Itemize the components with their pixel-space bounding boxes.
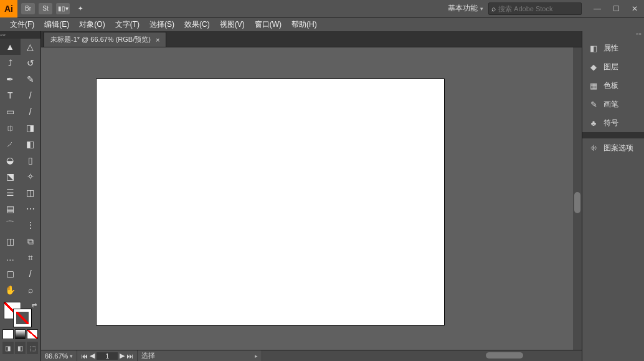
minimize-button[interactable]: ― (588, 2, 607, 16)
panel-符号[interactable]: ♣符号 (582, 113, 644, 132)
close-tab-icon[interactable]: × (156, 36, 159, 44)
prev-page-icon[interactable]: ◀ (90, 352, 95, 360)
next-page-icon[interactable]: ▶ (120, 352, 125, 360)
search-input[interactable] (498, 5, 573, 12)
vertical-scrollbar[interactable] (573, 47, 582, 350)
tool-24[interactable]: ◫ (0, 233, 21, 249)
menu-edit[interactable]: 编辑(E) (39, 17, 74, 31)
document-tab-title: 未标题-1* @ 66.67% (RGB/预览) (50, 35, 151, 44)
menu-bar: 文件(F) 编辑(E) 对象(O) 文字(T) 选择(S) 效果(C) 视图(V… (0, 17, 644, 31)
menu-help[interactable]: 帮助(H) (286, 17, 322, 31)
menu-select[interactable]: 选择(S) (144, 17, 179, 31)
stock-icon[interactable]: St (39, 3, 52, 14)
bridge-icon[interactable]: Br (21, 3, 35, 14)
tool-21[interactable]: ⋯ (21, 201, 41, 217)
tool-3[interactable]: ↺ (21, 55, 41, 71)
tool-31[interactable]: ⌕ (21, 282, 41, 298)
gpu-icon[interactable]: ✦ (73, 3, 87, 14)
color-gradient-box[interactable] (15, 329, 26, 339)
tool-6[interactable]: T (0, 87, 21, 103)
tool-23[interactable]: ⋮ (21, 217, 41, 233)
menu-window[interactable]: 窗口(W) (250, 17, 286, 31)
status-bar: 66.67%▾ ⏮ ◀ 1 ▶ ⏭ 选择 ▸ (41, 350, 582, 361)
horizontal-scrollbar[interactable] (262, 350, 582, 361)
panel-画笔[interactable]: ✎画笔 (582, 95, 644, 113)
right-panels: »» ◧属性◆图层▦色板✎画笔♣符号 ⁜图案选项 (582, 31, 644, 361)
last-page-icon[interactable]: ⏭ (126, 352, 133, 360)
scroll-thumb[interactable] (486, 352, 523, 359)
fill-stroke-control[interactable]: ⇄ (0, 301, 40, 328)
panel-图层[interactable]: ◆图层 (582, 57, 644, 76)
panel-属性[interactable]: ◧属性 (582, 39, 644, 57)
tool-12[interactable]: ⟋ (0, 136, 21, 152)
tool-11[interactable]: ◨ (21, 120, 41, 136)
panel-icon: ◧ (589, 43, 599, 53)
panel-icon: ▦ (589, 80, 599, 90)
tool-30[interactable]: ✋ (0, 282, 21, 298)
panel-icon: ♣ (589, 118, 599, 128)
current-tool-status[interactable]: 选择 ▸ (138, 350, 262, 361)
page-number: 1 (97, 352, 118, 360)
panel-label: 色板 (604, 80, 618, 91)
tool-16[interactable]: ⬔ (0, 168, 21, 185)
tool-18[interactable]: ☰ (0, 185, 21, 201)
search-icon: ⌕ (491, 4, 496, 13)
panel-icon: ⁜ (589, 143, 599, 153)
tool-14[interactable]: ◒ (0, 152, 21, 168)
menu-effect[interactable]: 效果(C) (179, 17, 215, 31)
tool-15[interactable]: ▯ (21, 152, 41, 168)
tool-2[interactable]: ⤴ (0, 55, 21, 71)
menu-type[interactable]: 文字(T) (110, 17, 144, 31)
collapse-icon[interactable]: «« (0, 32, 5, 39)
artboard-nav[interactable]: ⏮ ◀ 1 ▶ ⏭ (77, 350, 138, 361)
menu-file[interactable]: 文件(F) (5, 17, 39, 31)
tool-5[interactable]: ✎ (21, 71, 41, 87)
title-bar: Ai Br St ▮▯▾ ✦ 基本功能 ▾ ⌕ ― ☐ ✕ (0, 0, 644, 17)
tool-29[interactable]: / (21, 266, 41, 282)
canvas[interactable] (41, 47, 582, 350)
tool-13[interactable]: ◧ (21, 136, 41, 152)
artboard[interactable] (96, 79, 445, 325)
panel-label: 图层 (604, 62, 618, 72)
document-tab[interactable]: 未标题-1* @ 66.67% (RGB/预览) × (44, 32, 166, 47)
tool-8[interactable]: ▭ (0, 103, 21, 120)
tool-20[interactable]: ▤ (0, 201, 21, 217)
tool-17[interactable]: ✧ (21, 168, 41, 185)
scroll-thumb[interactable] (574, 192, 580, 213)
tool-0[interactable]: ▲ (0, 39, 21, 55)
draw-inside-icon[interactable]: ⬚ (27, 342, 38, 354)
panel-图案选项[interactable]: ⁜图案选项 (582, 138, 644, 157)
workspace-switcher[interactable]: 基本功能 ▾ (448, 3, 483, 14)
stroke-swatch[interactable] (14, 309, 31, 327)
arrange-icon[interactable]: ▮▯▾ (56, 3, 70, 14)
tool-1[interactable]: △ (21, 39, 41, 55)
tool-22[interactable]: ⌒ (0, 217, 21, 233)
tool-10[interactable]: ⎅ (0, 120, 21, 136)
draw-normal-icon[interactable]: ◨ (2, 342, 14, 354)
tool-28[interactable]: ▢ (0, 266, 21, 282)
color-fill-box[interactable] (2, 329, 14, 339)
stock-search[interactable]: ⌕ (488, 2, 582, 15)
tool-7[interactable]: / (21, 87, 41, 103)
maximize-button[interactable]: ☐ (607, 2, 625, 16)
close-button[interactable]: ✕ (625, 2, 644, 16)
menu-view[interactable]: 视图(V) (215, 17, 250, 31)
chevron-down-icon: ▾ (480, 6, 483, 12)
tool-4[interactable]: ✒ (0, 71, 21, 87)
collapse-icon[interactable]: »» (582, 31, 644, 39)
first-page-icon[interactable]: ⏮ (81, 352, 88, 360)
zoom-level[interactable]: 66.67%▾ (41, 350, 77, 361)
tool-25[interactable]: ⧉ (21, 233, 41, 249)
tool-9[interactable]: / (21, 103, 41, 120)
tool-19[interactable]: ◫ (21, 185, 41, 201)
draw-behind-icon[interactable]: ◧ (15, 342, 26, 354)
color-none-box[interactable] (27, 329, 38, 339)
workspace-label: 基本功能 (448, 3, 478, 14)
tool-27[interactable]: ⌗ (21, 249, 41, 266)
tool-26[interactable]: … (0, 249, 21, 266)
menu-object[interactable]: 对象(O) (74, 17, 110, 31)
tools-panel: «« ▲△⤴↺✒✎T/▭/⎅◨⟋◧◒▯⬔✧☰◫▤⋯⌒⋮◫⧉…⌗▢/✋⌕ ⇄ ◨ … (0, 31, 41, 361)
swap-fill-stroke-icon[interactable]: ⇄ (32, 302, 37, 309)
window-controls: ― ☐ ✕ (588, 2, 644, 16)
panel-色板[interactable]: ▦色板 (582, 76, 644, 95)
